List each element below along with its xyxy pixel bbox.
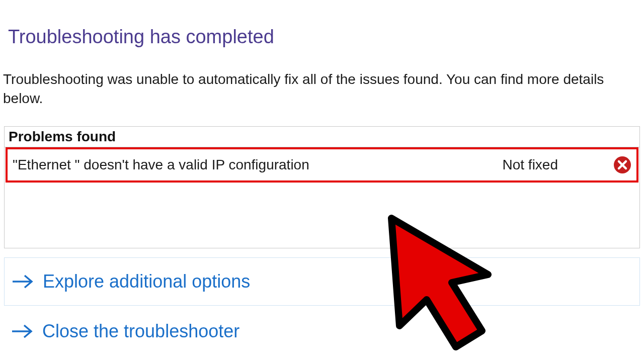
explore-additional-options[interactable]: Explore additional options: [4, 257, 640, 306]
page-title: Troubleshooting has completed: [0, 0, 644, 48]
problems-found-header: Problems found: [5, 127, 639, 147]
error-x-icon: [613, 156, 631, 174]
problem-description: "Ethernet " doesn't have a valid IP conf…: [13, 157, 503, 173]
explore-option-label: Explore additional options: [43, 271, 250, 292]
summary-text: Troubleshooting was unable to automatica…: [0, 48, 644, 108]
close-option-label: Close the troubleshooter: [42, 321, 239, 342]
problems-found-panel: Problems found "Ethernet " doesn't have …: [4, 126, 640, 248]
problem-row-highlighted: "Ethernet " doesn't have a valid IP conf…: [6, 147, 638, 183]
arrow-right-icon: [11, 323, 33, 340]
close-troubleshooter[interactable]: Close the troubleshooter: [4, 321, 640, 342]
problem-status: Not fixed: [503, 157, 614, 173]
arrow-right-icon: [12, 273, 34, 290]
problems-blank-area: [5, 183, 639, 248]
problem-row[interactable]: "Ethernet " doesn't have a valid IP conf…: [8, 149, 636, 180]
